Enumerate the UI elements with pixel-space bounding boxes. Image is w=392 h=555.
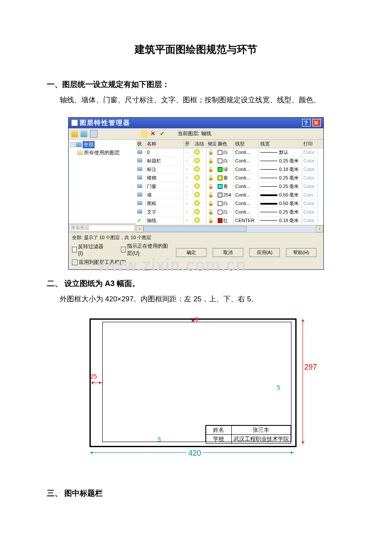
layer-linetype[interactable]: CENTER: [234, 217, 259, 224]
layer-plot[interactable]: Color: [302, 166, 318, 173]
layer-color[interactable]: 白: [216, 208, 234, 216]
layer-row[interactable]: 门窗♀🔓青Conti...0.25 毫米Color: [136, 182, 323, 191]
col-name[interactable]: 名称: [146, 140, 184, 148]
layer-linetype[interactable]: Conti...: [234, 166, 259, 173]
layer-lineweight[interactable]: 0.25 毫米: [259, 208, 302, 216]
layer-plot[interactable]: Color: [302, 183, 318, 190]
sun-icon[interactable]: [195, 218, 199, 223]
layer-linetype[interactable]: Conti...: [234, 174, 259, 181]
lightbulb-icon[interactable]: ♀: [185, 166, 189, 172]
tree-root[interactable]: − 全部: [69, 141, 137, 149]
layer-row[interactable]: 标注♀🔓绿Conti...0.18 毫米Color: [136, 165, 323, 174]
lightbulb-icon[interactable]: ♀: [185, 183, 189, 189]
cancel-button[interactable]: 取消: [213, 248, 243, 257]
grid-scrollbar[interactable]: ‹ ›: [136, 225, 323, 232]
sun-icon[interactable]: [195, 201, 199, 205]
apply-toolbar-checkbox[interactable]: ✓ 应用到图层工具栏(T): [72, 259, 173, 266]
layer-row[interactable]: 图框♀🔓白Conti...0.50 毫米Color: [136, 199, 323, 208]
col-on[interactable]: 开: [184, 140, 193, 148]
inuse-checkbox[interactable]: ✓ 指示正在使用的图层(U): [121, 243, 173, 257]
layer-plot[interactable]: Color: [302, 208, 318, 215]
scroll-track[interactable]: [144, 226, 316, 232]
layer-lineweight[interactable]: 0.50 毫米: [259, 199, 302, 208]
layer-row[interactable]: 文字♀🔓白Conti...0.25 毫米Color: [136, 208, 323, 217]
lightbulb-icon[interactable]: ♀: [185, 192, 189, 198]
layer-plot[interactable]: Color: [302, 149, 318, 156]
layer-row[interactable]: 楼梯♀🔓黄Conti...0.25 毫米Color: [136, 174, 323, 182]
sun-icon[interactable]: [195, 209, 199, 214]
layer-plot[interactable]: Color: [302, 157, 318, 164]
col-plot[interactable]: 打印: [302, 140, 318, 148]
layer-plot[interactable]: Color: [302, 200, 318, 207]
layer-color[interactable]: 绿: [216, 165, 234, 173]
close-icon[interactable]: ✕: [312, 119, 321, 127]
layer-color[interactable]: 白: [216, 157, 234, 165]
set-current-icon[interactable]: [141, 130, 148, 137]
sun-icon[interactable]: [195, 184, 199, 188]
lock-icon[interactable]: 🔓: [208, 192, 214, 197]
layer-plot[interactable]: Color: [302, 174, 318, 181]
delete-layer-icon[interactable]: ✕: [150, 130, 157, 137]
layer-color[interactable]: 青: [216, 182, 234, 191]
sun-icon[interactable]: [195, 175, 199, 180]
lock-icon[interactable]: 🔓: [208, 158, 214, 163]
layer-linetype[interactable]: Conti...: [234, 208, 259, 215]
layer-lineweight[interactable]: 0.18 毫米: [259, 217, 302, 225]
lightbulb-icon[interactable]: ♀: [185, 175, 189, 181]
scroll-right-icon[interactable]: ›: [316, 225, 323, 232]
lightbulb-icon[interactable]: ♀: [185, 209, 189, 215]
layer-color[interactable]: 白: [216, 199, 234, 208]
layer-color[interactable]: 白: [216, 148, 234, 156]
apply-button[interactable]: 应用(A): [249, 248, 280, 257]
layer-linetype[interactable]: Conti...: [234, 149, 259, 156]
lock-icon[interactable]: 🔓: [208, 209, 214, 214]
layer-row[interactable]: 0♀🔓白Conti...默认Color: [136, 148, 323, 157]
invert-filter-checkbox[interactable]: 反转过滤器(I): [72, 243, 104, 257]
lightbulb-icon[interactable]: ♀: [185, 200, 189, 206]
lock-icon[interactable]: 🔓: [208, 201, 214, 206]
layer-linetype[interactable]: Conti...: [234, 157, 259, 164]
lock-icon[interactable]: 🔓: [208, 175, 214, 180]
layer-row[interactable]: ✓轴线♀🔓红CENTER0.18 毫米Color: [136, 217, 323, 225]
new-layer-icon[interactable]: [71, 130, 78, 137]
current-check-icon[interactable]: ✓: [160, 130, 167, 137]
col-ltype[interactable]: 线型: [234, 140, 259, 148]
collapse-icon[interactable]: −: [70, 142, 75, 147]
lightbulb-icon[interactable]: ♀: [185, 149, 189, 155]
search-input[interactable]: [69, 225, 135, 231]
layer-lineweight[interactable]: 0.25 毫米: [259, 174, 302, 182]
layer-linetype[interactable]: Conti...: [234, 200, 259, 207]
sun-icon[interactable]: [195, 192, 199, 197]
col-state[interactable]: 状: [136, 140, 146, 148]
layer-row[interactable]: 墙♀🔓254Conti...0.50 毫米Colo.: [136, 191, 323, 199]
lightbulb-icon[interactable]: ♀: [185, 217, 189, 223]
help-button[interactable]: 帮助(H): [286, 248, 317, 257]
ok-button[interactable]: 确定: [176, 248, 207, 257]
scroll-thumb[interactable]: [144, 226, 247, 232]
col-color[interactable]: 颜色: [216, 140, 234, 148]
layer-linetype[interactable]: Conti...: [234, 191, 259, 198]
layer-color[interactable]: 254: [216, 191, 234, 199]
sun-icon[interactable]: [195, 167, 199, 171]
layer-lineweight[interactable]: 0.25 毫米: [259, 157, 302, 165]
col-lw[interactable]: 线宽: [259, 140, 302, 148]
tree-child[interactable]: 所有使用的图层: [69, 149, 137, 157]
scroll-left-icon[interactable]: ‹: [136, 225, 144, 232]
layer-color[interactable]: 黄: [216, 174, 234, 182]
lightbulb-icon[interactable]: ♀: [185, 158, 189, 164]
layer-row[interactable]: 标题栏♀🔓白Conti...0.25 毫米Color: [136, 157, 323, 165]
sun-icon[interactable]: [195, 150, 199, 154]
layer-plot[interactable]: Color: [302, 217, 318, 224]
layer-lineweight[interactable]: 0.18 毫米: [259, 165, 302, 173]
layer-lineweight[interactable]: 0.25 毫米: [259, 182, 302, 191]
lock-icon[interactable]: 🔓: [208, 184, 214, 189]
lock-icon[interactable]: 🔓: [208, 167, 214, 172]
sun-icon[interactable]: [195, 158, 199, 163]
help-icon[interactable]: ?: [302, 119, 311, 127]
col-freeze[interactable]: 冻结: [193, 140, 207, 148]
layer-lineweight[interactable]: 0.50 毫米: [259, 191, 302, 199]
col-lock[interactable]: 锁定: [207, 140, 216, 148]
layer-plot[interactable]: Colo.: [302, 191, 318, 198]
layer-lineweight[interactable]: 默认: [259, 148, 302, 156]
lock-icon[interactable]: 🔓: [208, 150, 214, 155]
